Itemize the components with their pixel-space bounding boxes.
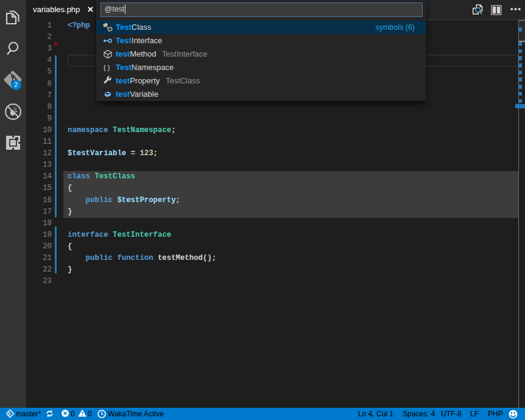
svg-text:{ }: { } xyxy=(104,64,110,71)
